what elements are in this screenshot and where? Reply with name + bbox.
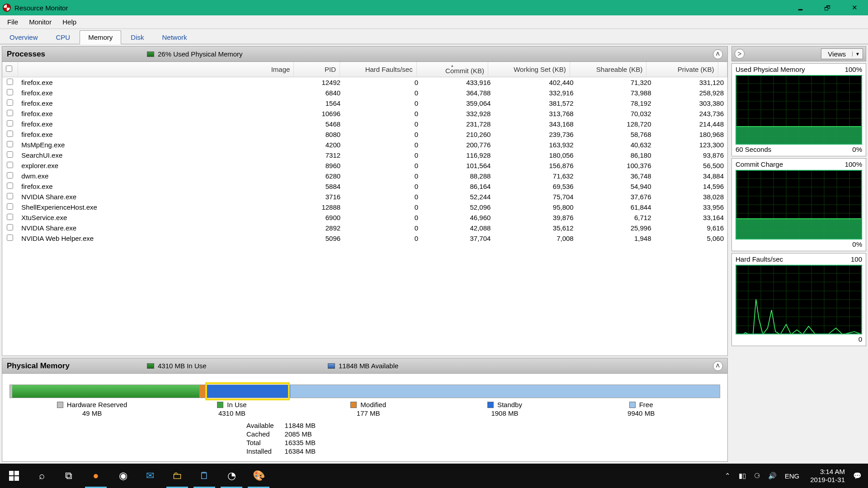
tray-chevron-icon[interactable]: ⌃ [725, 472, 731, 480]
clock[interactable]: 3:14 AM 2019-01-31 [810, 468, 845, 484]
physical-memory-title: Physical Memory [7, 361, 147, 371]
col-private[interactable]: Private (KB) [646, 62, 718, 77]
row-checkbox[interactable] [7, 120, 13, 127]
legend-standby: Standby 1908 MB [473, 401, 536, 417]
minimize-button[interactable]: 🗕 [787, 0, 814, 15]
col-commit[interactable]: ▴Commit (KB) [416, 62, 488, 77]
svg-rect-20 [736, 127, 862, 145]
collapse-graphs-icon[interactable]: ᐳ [735, 49, 745, 59]
notifications-icon[interactable]: 💬 [853, 472, 862, 480]
tab-cpu[interactable]: CPU [47, 30, 79, 44]
legend-free: Free 9940 MB [609, 401, 673, 417]
mail-icon[interactable]: ✉ [137, 464, 164, 488]
memory-legend: Hardware Reserved 49 MB In Use 4310 MB M… [20, 401, 709, 417]
tab-strip: Overview CPU Memory Disk Network [0, 29, 868, 44]
graphs-pane: ᐳ Views▼ Used Physical Memory100% 60 Sec… [730, 44, 868, 464]
volume-icon[interactable]: 🔊 [768, 472, 777, 480]
row-checkbox[interactable] [7, 79, 13, 85]
menu-file[interactable]: File [2, 16, 24, 28]
available-icon [328, 363, 335, 369]
row-checkbox[interactable] [7, 110, 13, 116]
paint-icon[interactable]: 🎨 [245, 464, 272, 488]
row-checkbox[interactable] [7, 172, 13, 178]
processes-header[interactable]: Processes 26% Used Physical Memory ᐱ [2, 47, 727, 62]
app-icon [3, 4, 11, 12]
col-pid[interactable]: PID [294, 62, 340, 77]
col-image[interactable]: Image [18, 62, 293, 77]
table-row[interactable]: explorer.exe89600101,564156,876100,37656… [2, 160, 727, 171]
menubar: File Monitor Help [0, 15, 868, 29]
collapse-processes-icon[interactable]: ᐱ [713, 49, 723, 59]
search-icon[interactable]: ⌕ [28, 464, 55, 488]
table-row[interactable]: XtuService.exe6900046,96039,8766,71233,1… [2, 212, 727, 223]
graph-commit-charge: Commit Charge100% 0% [731, 158, 866, 251]
table-row[interactable]: MsMpEng.exe42000200,776163,93240,632123,… [2, 140, 727, 150]
table-row[interactable]: firefox.exe54680231,728343,168128,720214… [2, 119, 727, 129]
bar-inuse [12, 385, 199, 398]
graph-used-physical-memory: Used Physical Memory100% 60 Seconds0% [731, 63, 866, 156]
resource-monitor-icon[interactable]: ◔ [218, 464, 245, 488]
table-row[interactable]: firefox.exe68400364,788332,91673,988258,… [2, 88, 727, 98]
table-row[interactable]: firefox.exe5884086,16469,53654,94014,596 [2, 181, 727, 192]
titlebar: Resource Monitor 🗕 🗗 ✕ [0, 0, 868, 15]
row-checkbox[interactable] [7, 203, 13, 210]
row-checkbox[interactable] [7, 162, 13, 168]
collapse-physical-memory-icon[interactable]: ᐱ [713, 361, 723, 371]
inuse-icon [147, 363, 154, 369]
col-hard-faults[interactable]: Hard Faults/sec [340, 62, 417, 77]
task-view-icon[interactable]: ⧉ [55, 464, 82, 488]
language-indicator[interactable]: ENG [785, 472, 800, 480]
memory-usage-icon [147, 52, 154, 57]
table-row[interactable]: firefox.exe15640359,064381,57278,192303,… [2, 98, 727, 108]
maximize-button[interactable]: 🗗 [814, 0, 841, 15]
row-checkbox[interactable] [7, 141, 13, 147]
row-checkbox[interactable] [7, 224, 13, 230]
taskbar: ⌕ ⧉ ● ◉ ✉ 🗀 🗒 ◔ 🎨 ⌃ ▮▯ ⚆ 🔊 ENG 3:14 AM 2… [0, 464, 868, 488]
col-working-set[interactable]: Working Set (KB) [488, 62, 570, 77]
row-checkbox[interactable] [7, 193, 13, 199]
row-checkbox[interactable] [7, 183, 13, 189]
tab-network[interactable]: Network [154, 30, 196, 44]
table-row[interactable]: ShellExperienceHost.exe12888052,09695,80… [2, 202, 727, 212]
menu-monitor[interactable]: Monitor [24, 16, 57, 28]
memory-bar [9, 385, 720, 398]
table-row[interactable]: firefox.exe80800210,260239,73658,768180,… [2, 129, 727, 140]
close-button[interactable]: ✕ [841, 0, 868, 15]
inuse-summary: 4310 MB In Use [158, 362, 207, 370]
physical-memory-header[interactable]: Physical Memory 4310 MB In Use 11848 MB … [2, 358, 727, 374]
row-checkbox[interactable] [7, 214, 13, 220]
col-shareable[interactable]: Shareable (KB) [570, 62, 646, 77]
views-button[interactable]: Views▼ [821, 48, 863, 59]
row-checkbox[interactable] [7, 235, 13, 241]
firefox-icon[interactable]: ● [82, 464, 109, 488]
notepad-icon[interactable]: 🗒 [191, 464, 218, 488]
table-row[interactable]: firefox.exe106960332,928313,76870,032243… [2, 108, 727, 119]
chrome-icon[interactable]: ◉ [109, 464, 137, 488]
tab-disk[interactable]: Disk [122, 30, 152, 44]
explorer-icon[interactable]: 🗀 [164, 464, 191, 488]
row-checkbox[interactable] [7, 99, 13, 106]
processes-scroll[interactable]: firefox.exe124920433,916402,44071,320331… [2, 77, 727, 272]
tab-memory[interactable]: Memory [80, 30, 121, 44]
window-title: Resource Monitor [14, 4, 68, 12]
table-row[interactable]: SearchUI.exe73120116,928180,05686,18093,… [2, 150, 727, 160]
physical-memory-panel: Physical Memory 4310 MB In Use 11848 MB … [2, 358, 728, 462]
legend-inuse: In Use 4310 MB [200, 401, 264, 417]
table-row[interactable]: NVIDIA Web Helper.exe5096037,7047,0081,9… [2, 233, 727, 244]
row-checkbox[interactable] [7, 89, 13, 95]
select-all-checkbox[interactable] [6, 66, 12, 72]
table-row[interactable]: firefox.exe124920433,916402,44071,320331… [2, 77, 727, 88]
table-row[interactable]: NVIDIA Share.exe2892042,08835,61225,9969… [2, 223, 727, 233]
menu-help[interactable]: Help [57, 16, 82, 28]
row-checkbox[interactable] [7, 151, 13, 158]
start-button[interactable] [0, 464, 28, 488]
system-tray: ⌃ ▮▯ ⚆ 🔊 ENG 3:14 AM 2019-01-31 💬 [725, 468, 868, 484]
table-row[interactable]: NVIDIA Share.exe3716052,24475,70437,6763… [2, 192, 727, 202]
memory-stats: Available Cached Total Installed 11848 M… [246, 422, 727, 455]
row-checkbox[interactable] [7, 131, 13, 137]
available-summary: 11848 MB Available [339, 362, 398, 370]
tab-overview[interactable]: Overview [1, 30, 47, 44]
battery-icon[interactable]: ▮▯ [739, 472, 746, 480]
table-row[interactable]: dwm.exe6280088,28871,63236,74834,884 [2, 171, 727, 181]
wifi-icon[interactable]: ⚆ [754, 472, 760, 480]
